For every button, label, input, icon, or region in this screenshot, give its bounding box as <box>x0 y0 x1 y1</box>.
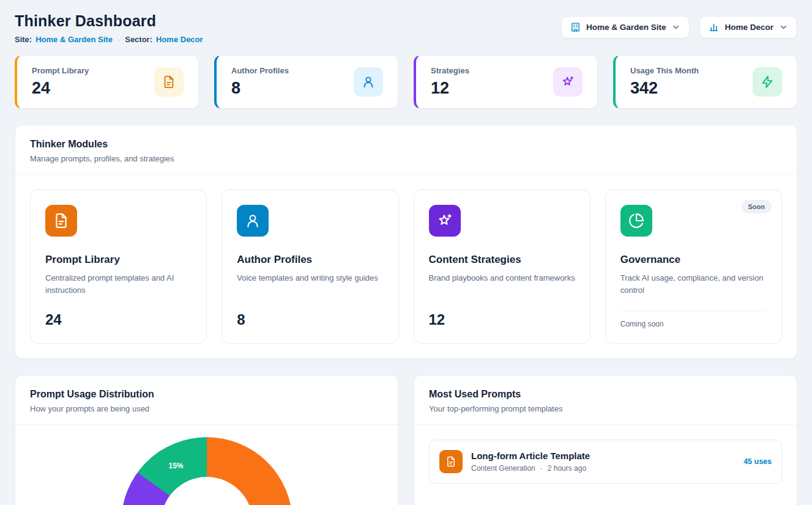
lightning-icon <box>753 67 782 97</box>
sector-selector-label: Home Decor <box>724 23 773 32</box>
soon-badge: Soon <box>742 200 772 213</box>
module-count: 12 <box>429 311 575 328</box>
module-divider <box>620 311 767 311</box>
user-icon <box>237 205 269 237</box>
module-description: Brand playbooks and content frameworks <box>429 272 575 284</box>
modules-subtitle: Manage prompts, profiles, and strategies <box>30 154 782 163</box>
usage-chart-title: Prompt Usage Distribution <box>30 389 383 400</box>
document-icon <box>45 205 77 237</box>
title-block: Thinker Dashboard Site: Home & Garden Si… <box>15 12 203 44</box>
prompt-usage-card: Prompt Usage Distribution How your promp… <box>15 375 398 505</box>
prompt-item-text: Long-form Article Template Content Gener… <box>471 451 590 473</box>
stat-info: Author Profiles 8 <box>231 66 289 98</box>
breadcrumb: Site: Home & Garden Site · Sector: Home … <box>15 35 203 44</box>
most-used-header: Most Used Prompts Your top-performing pr… <box>414 375 797 424</box>
prompt-item-meta: Content Generation · 2 hours ago <box>471 464 590 473</box>
stat-value: 12 <box>431 79 469 98</box>
modules-grid: Prompt Library Centralized prompt templa… <box>15 174 797 358</box>
site-link[interactable]: Home & Garden Site <box>35 35 113 44</box>
module-card-prompt-library[interactable]: Prompt Library Centralized prompt templa… <box>30 190 207 344</box>
stat-label: Usage This Month <box>630 66 699 75</box>
bottom-row: Prompt Usage Distribution How your promp… <box>15 375 797 505</box>
sector-link[interactable]: Home Decor <box>156 35 203 44</box>
stat-card-usage: Usage This Month 342 <box>613 55 797 109</box>
prompt-item-uses: 45 uses <box>743 457 772 466</box>
coming-soon-label: Coming soon <box>620 320 767 328</box>
stat-card-author-profiles: Author Profiles 8 <box>214 55 398 109</box>
stat-card-strategies: Strategies 12 <box>414 55 598 109</box>
pie-chart-icon <box>620 205 652 237</box>
stat-label: Author Profiles <box>231 66 289 75</box>
module-card-content-strategies[interactable]: Content Strategies Brand playbooks and c… <box>414 190 590 344</box>
module-count: 8 <box>237 311 383 328</box>
thinker-modules-section: Thinker Modules Manage prompts, profiles… <box>15 125 797 359</box>
page-title: Thinker Dashboard <box>15 12 203 30</box>
stat-info: Prompt Library 24 <box>32 66 89 98</box>
sparkle-star-icon <box>553 67 583 97</box>
modules-header: Thinker Modules Manage prompts, profiles… <box>15 125 797 174</box>
site-selector-dropdown[interactable]: Home & Garden Site <box>561 16 690 39</box>
prompt-item-time: 2 hours ago <box>548 464 586 473</box>
header: Thinker Dashboard Site: Home & Garden Si… <box>15 12 797 44</box>
sparkle-star-icon <box>429 205 461 237</box>
prompt-item-title: Long-form Article Template <box>471 451 590 461</box>
prompt-list: Long-form Article Template Content Gener… <box>414 425 797 498</box>
module-description: Voice templates and writing style guides <box>237 272 383 284</box>
sector-selector-dropdown[interactable]: Home Decor <box>699 16 797 39</box>
stat-info: Usage This Month 342 <box>630 66 699 98</box>
stat-value: 342 <box>630 79 699 98</box>
stat-value: 24 <box>32 79 89 98</box>
chevron-down-icon <box>779 23 788 32</box>
most-used-subtitle: Your top-performing prompt templates <box>429 404 782 413</box>
stat-value: 8 <box>231 79 289 98</box>
module-title: Governance <box>620 254 767 266</box>
sector-label: Sector: <box>125 35 152 44</box>
module-card-governance[interactable]: Soon Governance Track AI usage, complian… <box>605 190 782 344</box>
header-actions: Home & Garden Site Home Decor <box>561 16 797 39</box>
user-icon <box>354 67 383 97</box>
chevron-down-icon <box>671 23 680 32</box>
meta-separator: · <box>540 464 543 473</box>
stats-row: Prompt Library 24 Author Profiles 8 Stra… <box>15 55 797 109</box>
module-card-author-profiles[interactable]: Author Profiles Voice templates and writ… <box>222 190 398 344</box>
module-title: Author Profiles <box>237 254 383 266</box>
document-icon <box>154 67 184 97</box>
donut-chart: 15% <box>121 437 292 505</box>
module-title: Prompt Library <box>45 254 192 266</box>
breadcrumb-separator: · <box>117 35 120 44</box>
building-icon <box>570 22 581 32</box>
stat-label: Prompt Library <box>32 66 89 75</box>
module-count: 24 <box>45 311 192 328</box>
list-item[interactable]: Long-form Article Template Content Gener… <box>429 440 782 484</box>
modules-title: Thinker Modules <box>30 139 782 150</box>
stat-card-prompt-library: Prompt Library 24 <box>15 55 199 109</box>
prompt-item-category: Content Generation <box>471 464 535 473</box>
usage-chart-header: Prompt Usage Distribution How your promp… <box>15 375 398 424</box>
site-selector-label: Home & Garden Site <box>586 23 666 32</box>
donut-segment-label: 15% <box>169 462 184 470</box>
module-description: Centralized prompt templates and AI inst… <box>45 272 192 297</box>
most-used-card: Most Used Prompts Your top-performing pr… <box>414 375 797 505</box>
module-description: Track AI usage, compliance, and version … <box>620 272 767 297</box>
stat-info: Strategies 12 <box>431 66 469 98</box>
stat-label: Strategies <box>431 66 469 75</box>
dashboard-page: Thinker Dashboard Site: Home & Garden Si… <box>0 0 812 505</box>
module-title: Content Strategies <box>429 254 575 266</box>
most-used-title: Most Used Prompts <box>429 389 782 400</box>
bar-chart-icon <box>709 22 719 32</box>
usage-chart-subtitle: How your prompts are being used <box>30 404 383 413</box>
site-label: Site: <box>15 35 32 44</box>
usage-chart-body: 15% <box>15 425 398 505</box>
document-icon <box>439 450 463 473</box>
